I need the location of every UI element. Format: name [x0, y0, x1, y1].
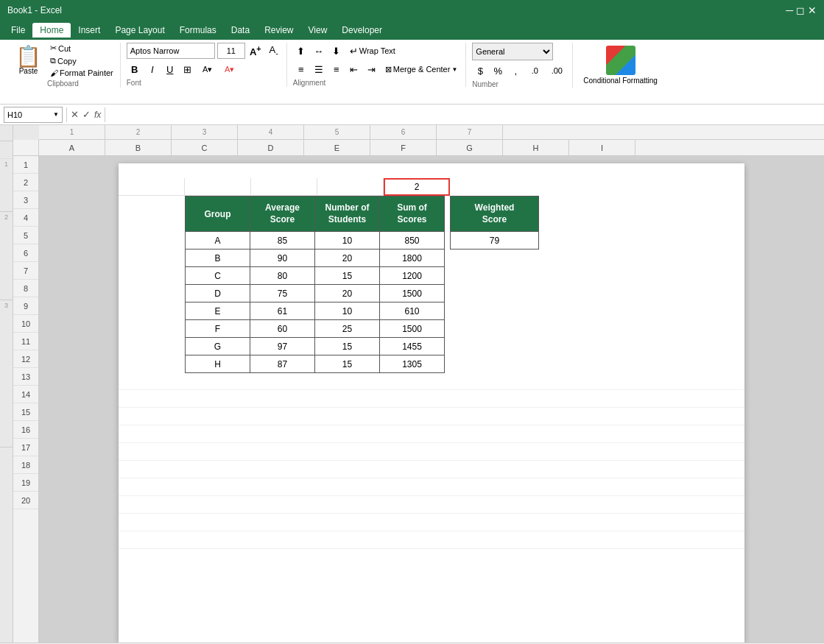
menu-file[interactable]: File — [4, 23, 32, 38]
menu-home[interactable]: Home — [32, 23, 71, 38]
table-row[interactable]: A 85 10 850 — [186, 232, 445, 250]
row-num-16[interactable]: 16 — [13, 421, 38, 439]
row-num-8[interactable]: 8 — [13, 280, 38, 297]
decrease-font-button[interactable]: A- — [266, 43, 282, 59]
table-header-group: Group — [186, 197, 250, 232]
cut-button[interactable]: ✂ Cut — [48, 43, 116, 54]
comma-button[interactable]: , — [507, 63, 524, 79]
menu-insert[interactable]: Insert — [71, 23, 108, 38]
italic-button[interactable]: I — [144, 61, 161, 77]
row-num-14[interactable]: 14 — [13, 386, 38, 403]
row-num-17[interactable]: 17 — [13, 439, 38, 456]
file-title: Book1 - Excel — [7, 5, 62, 15]
menu-data[interactable]: Data — [224, 23, 257, 38]
bold-button[interactable]: B — [127, 61, 143, 77]
align-center-button[interactable]: ☰ — [311, 61, 327, 77]
decrease-decimal-button[interactable]: .00 — [546, 63, 568, 79]
table-row[interactable]: B 90 20 1800 — [186, 250, 445, 267]
row-num-2[interactable]: 2 — [13, 174, 38, 191]
row-num-3[interactable]: 3 — [13, 191, 38, 209]
row-num-18[interactable]: 18 — [13, 456, 38, 474]
col-header-g[interactable]: G — [437, 140, 503, 155]
row-num-13[interactable]: 13 — [13, 368, 38, 386]
increase-decimal-button[interactable]: .0 — [525, 63, 544, 79]
paste-button[interactable]: 📋 Paste — [10, 44, 46, 77]
confirm-formula-icon[interactable]: ✓ — [82, 109, 91, 120]
indent-decrease-button[interactable]: ⇤ — [346, 61, 362, 77]
row-num-1[interactable]: 1 — [13, 156, 38, 174]
underline-button[interactable]: U — [162, 61, 178, 77]
font-name-input[interactable] — [127, 43, 215, 59]
row-num-5[interactable]: 5 — [13, 227, 38, 244]
number-format-select[interactable]: General — [472, 43, 553, 60]
table-row[interactable]: D 75 20 1500 — [186, 285, 445, 302]
weighted-score-header: WeightedScore — [451, 197, 539, 232]
col-header-h[interactable]: H — [503, 140, 569, 155]
row-num-11[interactable]: 11 — [13, 333, 38, 350]
alignment-group-label: Alignment — [293, 79, 462, 87]
table-header-avg-score: AverageScore — [250, 197, 315, 232]
row-num-15[interactable]: 15 — [13, 403, 38, 421]
align-left-button[interactable]: ≡ — [293, 61, 309, 77]
align-right-button[interactable]: ≡ — [328, 61, 345, 77]
cell-e1[interactable]: 2 — [384, 178, 450, 196]
table-row[interactable]: H 87 15 1305 — [186, 355, 445, 373]
row-num-6[interactable]: 6 — [13, 244, 38, 262]
table-row[interactable]: E 61 10 610 — [186, 302, 445, 320]
cell-d1[interactable] — [317, 178, 384, 196]
table-header-sum-scores: Sum ofScores — [380, 197, 445, 232]
row-num-20[interactable]: 20 — [13, 492, 38, 509]
menu-formulas[interactable]: Formulas — [172, 23, 224, 38]
font-group-label: Font — [127, 79, 282, 87]
wrap-text-button[interactable]: ↵ Wrap Text — [346, 43, 399, 59]
align-bottom-button[interactable]: ⬇ — [328, 43, 345, 59]
currency-button[interactable]: $ — [472, 63, 488, 79]
row-num-9[interactable]: 9 — [13, 297, 38, 315]
cancel-formula-icon[interactable]: ✕ — [71, 109, 79, 120]
borders-button[interactable]: ⊞ — [180, 61, 196, 77]
row-num-19[interactable]: 19 — [13, 474, 38, 492]
row-num-12[interactable]: 12 — [13, 350, 38, 368]
col-header-d[interactable]: D — [238, 140, 304, 155]
font-color-button[interactable]: A▾ — [219, 61, 240, 77]
cell-a1[interactable] — [119, 178, 185, 196]
conditional-formatting-button[interactable]: Conditional Formatting — [579, 43, 662, 88]
percent-button[interactable]: % — [490, 63, 506, 79]
align-middle-button[interactable]: ↔ — [311, 43, 327, 59]
table-row[interactable]: C 80 15 1200 — [186, 267, 445, 285]
format-painter-button[interactable]: 🖌 Format Painter — [48, 68, 116, 78]
merge-center-button[interactable]: ⊠ Merge & Center ▼ — [381, 63, 462, 77]
row-num-4[interactable]: 4 — [13, 209, 38, 227]
col-header-i[interactable]: I — [569, 140, 635, 155]
table-row[interactable]: F 60 25 1500 — [186, 320, 445, 338]
row-num-7[interactable]: 7 — [13, 262, 38, 280]
name-box[interactable]: H10 ▼ — [4, 107, 63, 123]
fill-color-button[interactable]: A▾ — [197, 61, 218, 77]
align-top-button[interactable]: ⬆ — [293, 43, 309, 59]
col-header-b[interactable]: B — [105, 140, 172, 155]
formula-input[interactable] — [109, 107, 820, 123]
menu-review[interactable]: Review — [257, 23, 300, 38]
table-row[interactable]: G 97 15 1455 — [186, 338, 445, 355]
clipboard-label: Clipboard — [47, 79, 79, 88]
menu-page-layout[interactable]: Page Layout — [108, 23, 172, 38]
table-header-num-students: Number ofStudents — [315, 197, 380, 232]
cell-b1[interactable] — [185, 178, 251, 196]
col-header-a[interactable]: A — [39, 140, 105, 155]
col-header-e[interactable]: E — [304, 140, 370, 155]
indent-increase-button[interactable]: ⇥ — [364, 61, 380, 77]
weighted-score-value[interactable]: 79 — [451, 232, 539, 250]
copy-button[interactable]: ⧉ Copy — [48, 55, 116, 66]
number-group-label: Number — [472, 80, 568, 88]
cell-c1[interactable] — [251, 178, 317, 196]
menu-view[interactable]: View — [301, 23, 335, 38]
col-header-c[interactable]: C — [172, 140, 238, 155]
col-header-f[interactable]: F — [370, 140, 437, 155]
fx-label: fx — [94, 110, 101, 120]
menu-developer[interactable]: Developer — [334, 23, 390, 38]
row-numbers: 1 2 3 4 5 6 7 8 9 10 11 12 13 14 15 16 1… — [13, 140, 39, 643]
row-num-10[interactable]: 10 — [13, 315, 38, 333]
window-controls: ─ ◻ ✕ — [786, 4, 817, 16]
increase-font-button[interactable]: A+ — [247, 43, 264, 59]
font-size-input[interactable] — [217, 43, 245, 59]
